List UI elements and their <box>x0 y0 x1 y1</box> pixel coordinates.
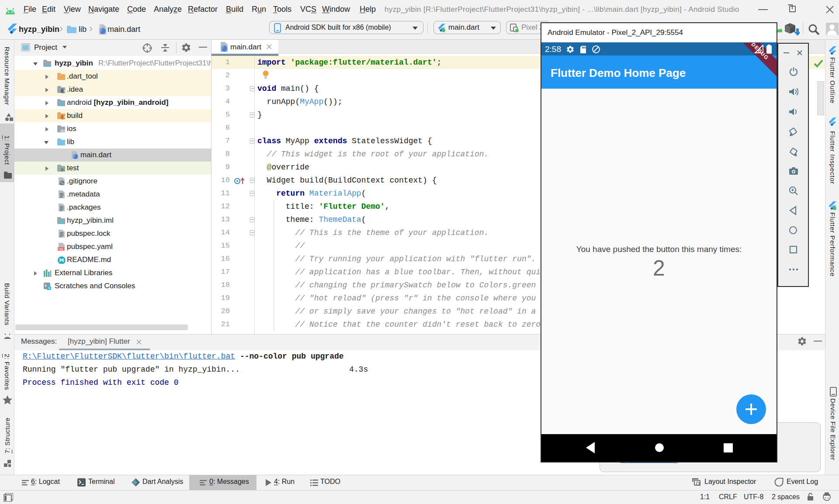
svg-text:YML: YML <box>58 248 64 251</box>
